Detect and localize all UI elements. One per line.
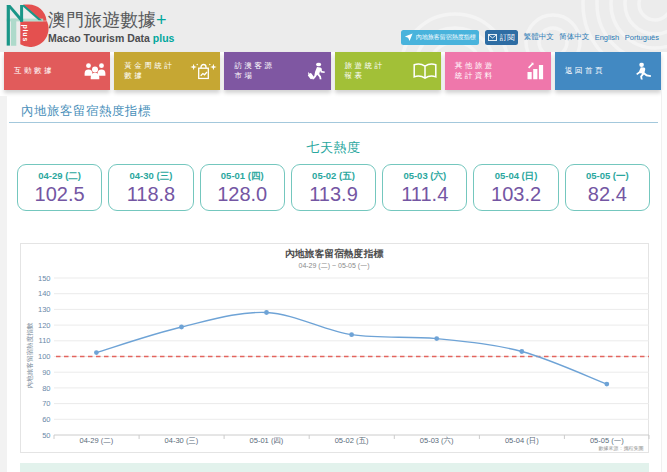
- svg-text:plus: plus: [21, 25, 29, 43]
